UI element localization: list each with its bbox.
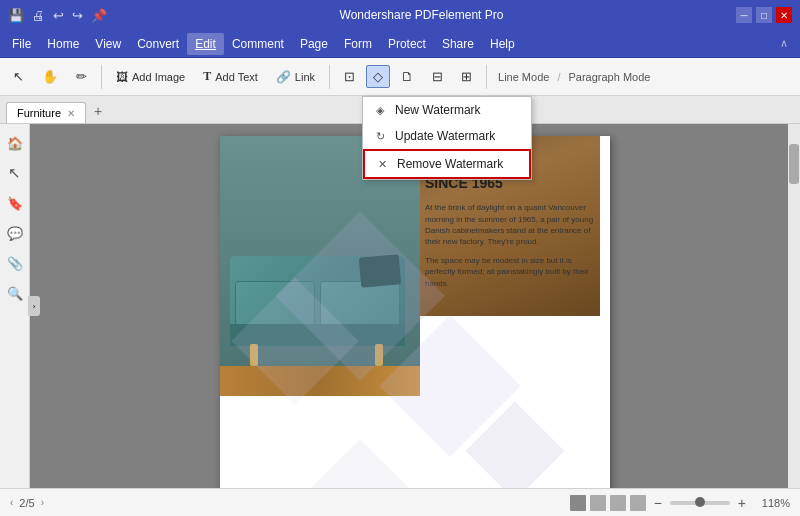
menu-page[interactable]: Page	[292, 33, 336, 55]
watermark-icon: ◇	[373, 69, 383, 84]
zoom-level: 118%	[754, 497, 790, 509]
print-icon[interactable]: 🖨	[32, 8, 45, 23]
zoom-slider[interactable]	[670, 501, 730, 505]
watermark-update-icon: ↻	[373, 129, 387, 143]
close-button[interactable]: ✕	[776, 7, 792, 23]
zoom-in-btn[interactable]: +	[738, 495, 746, 511]
next-page-btn[interactable]: ›	[41, 497, 44, 508]
status-right: − + 118%	[570, 495, 790, 511]
pencil-icon: ✏	[76, 69, 87, 84]
menu-view[interactable]: View	[87, 33, 129, 55]
crop-icon: ⊡	[344, 69, 355, 84]
pdf-body-1: At the brink of daylight on a quaint Van…	[425, 202, 600, 247]
line-mode-label[interactable]: Line Mode	[494, 71, 553, 83]
title-bar: 💾 🖨 ↩ ↪ 📌 Wondershare PDFelement Pro ─ □…	[0, 0, 800, 30]
stamp-icon: 🗋	[401, 69, 414, 84]
select-tool-btn[interactable]: ↖	[6, 65, 31, 88]
remove-watermark-item[interactable]: ✕ Remove Watermark	[363, 149, 531, 179]
text-icon: T	[203, 69, 211, 84]
header-icon: ⊟	[432, 69, 443, 84]
app-title: Wondershare PDFelement Pro	[340, 8, 504, 22]
menu-protect[interactable]: Protect	[380, 33, 434, 55]
link-icon: 🔗	[276, 70, 291, 84]
undo-icon[interactable]: ↩	[53, 8, 64, 23]
sidebar-home-icon[interactable]: 🏠	[4, 132, 26, 154]
new-tab-btn[interactable]: +	[86, 99, 110, 123]
add-image-btn[interactable]: 🖼 Add Image	[109, 66, 192, 88]
menu-share[interactable]: Share	[434, 33, 482, 55]
status-left: ‹ 2/5 ›	[10, 497, 44, 509]
view-mode-icons	[570, 495, 646, 511]
sidebar-comment-icon[interactable]: 💬	[4, 222, 26, 244]
save-icon[interactable]: 💾	[8, 8, 24, 23]
pdf-page: OUR HISTORY SINCE 1965 At the brink of d…	[220, 136, 610, 488]
sidebar-paperclip-icon[interactable]: 📎	[4, 252, 26, 274]
watermark-remove-icon: ✕	[375, 157, 389, 171]
cursor-icon: ↖	[13, 69, 24, 84]
minimize-button[interactable]: ─	[736, 7, 752, 23]
double-page-icon[interactable]	[590, 495, 606, 511]
menu-comment[interactable]: Comment	[224, 33, 292, 55]
status-bar: ‹ 2/5 › − + 118%	[0, 488, 800, 516]
toolbar-separator-1	[101, 65, 102, 89]
more-icon: ⊞	[461, 69, 472, 84]
watermark-dropdown-menu: ◈ New Watermark ↻ Update Watermark ✕ Rem…	[362, 96, 532, 180]
watermark-btn[interactable]: ◇	[366, 65, 390, 88]
pdf-body-2: The space may be modest in size but it i…	[425, 255, 600, 289]
toolbar-separator-3	[486, 65, 487, 89]
sidebar-search-icon[interactable]: 🔍	[4, 282, 26, 304]
tab-close-btn[interactable]: ✕	[67, 108, 75, 119]
new-watermark-item[interactable]: ◈ New Watermark	[363, 97, 531, 123]
menu-file[interactable]: File	[4, 33, 39, 55]
image-icon: 🖼	[116, 70, 128, 84]
minimize-ribbon-icon[interactable]: ∧	[780, 37, 788, 50]
redo-icon[interactable]: ↪	[72, 8, 83, 23]
hand-tool-btn[interactable]: ✋	[35, 65, 65, 88]
link-btn[interactable]: 🔗 Link	[269, 66, 322, 88]
paragraph-mode-label[interactable]: Paragraph Mode	[564, 71, 654, 83]
grid-page-icon[interactable]	[630, 495, 646, 511]
page-indicator: 2/5	[19, 497, 34, 509]
sidebar-cursor-icon[interactable]: ↖	[4, 162, 26, 184]
edit-tool-btn[interactable]: ✏	[69, 65, 94, 88]
menu-form[interactable]: Form	[336, 33, 380, 55]
scroll-page-icon[interactable]	[610, 495, 626, 511]
right-scrollbar[interactable]	[788, 124, 800, 488]
menu-help[interactable]: Help	[482, 33, 523, 55]
header-footer-btn[interactable]: ⊟	[425, 65, 450, 88]
menu-home[interactable]: Home	[39, 33, 87, 55]
tab-furniture[interactable]: Furniture ✕	[6, 102, 86, 123]
add-text-btn[interactable]: T Add Text	[196, 65, 265, 88]
hand-icon: ✋	[42, 69, 58, 84]
toolbar: ↖ ✋ ✏ 🖼 Add Image T Add Text 🔗 Link ⊡ ◇ …	[0, 58, 800, 96]
menu-bar: File Home View Convert Edit Comment Page…	[0, 30, 800, 58]
crop-btn[interactable]: ⊡	[337, 65, 362, 88]
more-btn[interactable]: ⊞	[454, 65, 479, 88]
sidebar-collapse-btn[interactable]: ›	[28, 296, 40, 316]
tab-label: Furniture	[17, 107, 61, 119]
menu-edit[interactable]: Edit	[187, 33, 224, 55]
quick-access-toolbar: 💾 🖨 ↩ ↪ 📌	[8, 8, 107, 23]
window-controls: ─ □ ✕	[736, 7, 792, 23]
maximize-button[interactable]: □	[756, 7, 772, 23]
pin-icon[interactable]: 📌	[91, 8, 107, 23]
sidebar-bookmark-icon[interactable]: 🔖	[4, 192, 26, 214]
prev-page-btn[interactable]: ‹	[10, 497, 13, 508]
single-page-icon[interactable]	[570, 495, 586, 511]
zoom-out-btn[interactable]: −	[654, 495, 662, 511]
stamp-btn[interactable]: 🗋	[394, 65, 421, 88]
toolbar-separator-2	[329, 65, 330, 89]
update-watermark-item[interactable]: ↻ Update Watermark	[363, 123, 531, 149]
left-sidebar: 🏠 ↖ 🔖 💬 📎 🔍	[0, 124, 30, 488]
watermark-new-icon: ◈	[373, 103, 387, 117]
scroll-thumb[interactable]	[789, 144, 799, 184]
menu-convert[interactable]: Convert	[129, 33, 187, 55]
